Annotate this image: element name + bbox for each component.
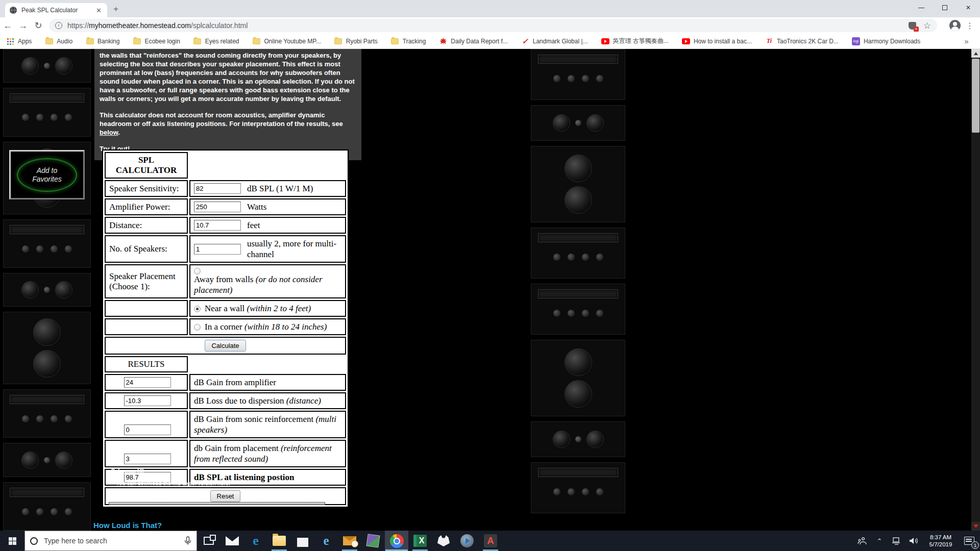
placement-option-near-wall[interactable]: Near a wall (within 2 to 4 feet) (189, 300, 346, 317)
vertical-scrollbar[interactable] (971, 49, 980, 531)
volume-icon[interactable] (905, 531, 923, 551)
bookmarks-bar: Apps Audio Banking Ecobee login Eyes rel… (0, 34, 980, 49)
start-button[interactable] (0, 531, 24, 551)
store-icon (297, 535, 308, 547)
people-icon[interactable] (853, 531, 871, 551)
add-to-favorites-button[interactable]: Add to Favorites (9, 150, 85, 199)
table-row: db Gain from placement (reinforcement fr… (105, 440, 346, 467)
taskbar-foobar[interactable] (432, 531, 455, 551)
bookmark-item[interactable]: Online Youtube MP... (253, 37, 321, 45)
taskbar-cube-app[interactable] (361, 531, 385, 551)
url-text: https://myhometheater.homestead.com/splc… (67, 21, 248, 30)
speaker-sensitivity-input[interactable] (194, 183, 241, 194)
taskbar-excel[interactable]: X (408, 531, 432, 551)
intro-text-box: the walls that "reinforces" the sound co… (94, 49, 361, 160)
equipment-image (3, 443, 91, 477)
taskbar-edge[interactable]: e (244, 531, 267, 551)
folder-icon (86, 38, 94, 44)
profile-avatar[interactable] (949, 20, 961, 31)
gain-amplifier-result[interactable] (124, 377, 171, 388)
row-label: No. of Speakers: (105, 235, 188, 263)
tab-strip: Peak SPL Calculator ✕ + — ✕ (0, 0, 980, 17)
table-row: dB Gain from sonic reinforcement (multi … (105, 411, 346, 438)
bookmark-item[interactable]: Daily Data Report f... (439, 37, 507, 45)
row-label: Amplifier Power: (105, 198, 188, 215)
taskbar-adobe-reader[interactable]: A (479, 531, 502, 551)
excel-here-link[interactable]: here. (217, 480, 230, 486)
network-icon[interactable] (888, 531, 905, 551)
table-row: Near a wall (within 2 to 4 feet) (105, 300, 346, 317)
bookmark-item[interactable]: Ti TaoTronics 2K Car D... (765, 37, 839, 45)
page-info-icon[interactable]: i (55, 22, 62, 29)
table-row: Speaker Placement(Choose 1): Away from w… (105, 264, 346, 298)
equipment-image (531, 228, 625, 279)
taskbar-chrome[interactable] (385, 531, 408, 551)
reload-button[interactable]: ↻ (31, 20, 46, 31)
apps-shortcut[interactable]: Apps (6, 37, 32, 45)
taskbar-media-player[interactable] (455, 531, 479, 551)
browser-tab[interactable]: Peak SPL Calculator ✕ (5, 3, 107, 17)
microphone-icon[interactable] (184, 536, 191, 545)
radio-in-a-corner[interactable] (194, 324, 201, 331)
task-view-button[interactable] (197, 531, 220, 551)
distance-input[interactable] (194, 220, 241, 231)
tray-chevron-icon[interactable]: ⌃ (871, 531, 888, 551)
new-tab-button[interactable]: + (113, 4, 118, 14)
foobar-icon (437, 535, 450, 546)
reference-link[interactable]: Reference [4] (111, 468, 143, 474)
content-blocked-icon[interactable] (909, 22, 916, 30)
bookmark-item[interactable]: Banking (86, 37, 119, 45)
taskbar-internet-explorer[interactable]: e (314, 531, 338, 551)
row-label: Distance: (105, 217, 188, 234)
gain-placement-result[interactable] (124, 454, 171, 464)
taskbar-file-explorer[interactable] (267, 531, 291, 551)
action-center-button[interactable]: 1 (959, 531, 980, 551)
notification-badge: 1 (971, 541, 979, 549)
bookmark-item[interactable]: 吳宜璟 古箏獨奏曲... (601, 37, 669, 45)
back-button[interactable]: ← (0, 20, 15, 31)
folder-icon (45, 38, 53, 44)
window-close-button[interactable]: ✕ (957, 0, 980, 15)
taskbar-clock[interactable]: 8:37 AM 5/7/2019 (923, 534, 959, 548)
bookmark-item[interactable]: Eyes related (193, 37, 239, 45)
reset-button[interactable]: Reset (210, 490, 241, 502)
taskbar-outlook[interactable] (338, 531, 361, 551)
gain-sonic-result[interactable] (124, 424, 171, 435)
below-link[interactable]: below (100, 129, 118, 136)
table-row: Amplifier Power: Watts (105, 198, 346, 215)
loss-dispersion-result[interactable] (124, 395, 171, 406)
forward-button[interactable]: → (15, 20, 31, 31)
radio-near-a-wall[interactable] (194, 306, 201, 312)
bookmark-item[interactable]: ✓ Landmark Global |... (521, 37, 588, 45)
placement-option-away[interactable]: Away from walls (or do not consider plac… (189, 264, 346, 298)
taskbar: Type here to search e e X A ⌃ (0, 531, 980, 551)
bookmark-item[interactable]: Ryobi Parts (334, 37, 378, 45)
bookmark-item[interactable]: Audio (45, 37, 72, 45)
taskbar-mail[interactable] (220, 531, 244, 551)
speakers-count-input[interactable] (194, 244, 241, 255)
scrollbar-up-arrow[interactable] (971, 49, 980, 58)
bookmark-star-icon[interactable]: ☆ (923, 20, 931, 31)
table-row: dB Gain from amplifier (105, 374, 346, 391)
bookmark-item[interactable]: Tracking (391, 37, 426, 45)
window-maximize-button[interactable] (933, 0, 957, 15)
how-loud-link[interactable]: How Loud is That? (93, 521, 162, 530)
address-bar[interactable]: i https://myhometheater.homestead.com/sp… (49, 19, 937, 32)
bookmark-item[interactable]: logi Harmony Downloads (852, 37, 920, 45)
amplifier-power-input[interactable] (194, 202, 241, 212)
equipment-image (531, 49, 625, 100)
taskbar-store[interactable] (291, 531, 314, 551)
bookmark-item[interactable]: How to install a bac... (682, 37, 752, 45)
bookmarks-overflow-chevron[interactable]: » (964, 37, 968, 45)
radio-away-from-walls[interactable] (194, 268, 201, 274)
scrollbar-thumb[interactable] (972, 59, 979, 133)
taskbar-search-box[interactable]: Type here to search (24, 531, 197, 551)
placement-option-corner[interactable]: In a corner (within 18 to 24 inches) (189, 318, 346, 335)
scrollbar-down-arrow[interactable] (971, 522, 980, 531)
bookmark-item[interactable]: Ecobee login (133, 37, 180, 45)
window-minimize-button[interactable]: — (910, 0, 933, 15)
tab-close-icon[interactable]: ✕ (94, 7, 103, 14)
calculate-button[interactable]: Calculate (205, 340, 246, 352)
browser-menu-icon[interactable]: ⋮ (966, 21, 974, 31)
logi-icon: logi (852, 37, 860, 45)
